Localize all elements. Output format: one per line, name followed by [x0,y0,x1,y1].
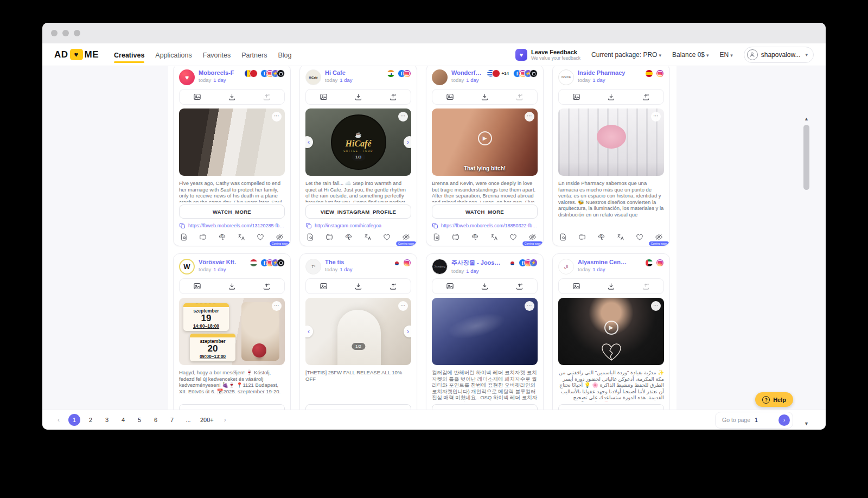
eye-off-icon[interactable]: Coming soon [528,233,537,241]
creative-media[interactable]: ⋯ ‹ › ▶ [432,298,538,365]
scroll-down-arrow-icon[interactable]: ▼ [804,421,809,426]
pagination-page[interactable]: 7 [166,414,178,426]
view-image-button[interactable] [306,93,341,101]
social-network-icon[interactable] [529,259,538,267]
brand-avatar[interactable]: Joosajang [432,259,448,274]
view-image-button[interactable] [559,282,593,290]
creative-link[interactable]: http://instagram.com/hicafegoa [315,223,381,228]
frames-icon[interactable] [578,233,586,241]
creative-media[interactable]: ⋯ ‹ › ▶ szeptember 19 14:00–18:00 szepte… [179,298,285,365]
country-flag-icon[interactable] [492,69,500,78]
brand-avatar[interactable]: HiCafé [305,69,321,85]
favorite-heart-icon[interactable] [383,233,391,241]
nav-tab[interactable]: Creatives [114,45,144,64]
pagination-page[interactable]: 6 [150,414,162,426]
play-icon[interactable]: ▶ [604,321,618,335]
pagination-page[interactable]: 1 [68,414,80,426]
social-network-icon[interactable] [403,69,411,78]
frames-icon[interactable] [199,233,207,241]
carousel-prev-icon[interactable]: ‹ [305,325,313,337]
creative-media[interactable]: ⋯ ‹ › ▶ [558,108,664,176]
balance-dropdown[interactable]: Balance 0$▾ [672,51,709,59]
eye-off-icon[interactable]: Coming soon [655,233,663,241]
country-flag-icon[interactable] [645,259,653,267]
pagination-prev-icon[interactable]: ‹ [53,416,64,424]
view-image-button[interactable] [559,93,593,101]
export-button[interactable] [629,93,663,101]
brand-name[interactable]: Wonderful Story [451,69,483,76]
carousel-prev-icon[interactable]: ‹ [305,136,313,148]
creative-media[interactable]: ⋯ ‹ › 1/2 ▶ [305,298,411,365]
cta-button[interactable]: WATCH_MORE [179,205,285,219]
user-menu[interactable]: shapovalow... ▾ [744,47,814,63]
export-button[interactable] [502,282,537,290]
window-control-dot[interactable] [51,30,58,36]
frames-icon[interactable] [452,233,459,241]
cta-button[interactable]: VIEW_INSTAGRAM_PROFILE [305,205,411,219]
country-flag-icon[interactable] [250,69,258,78]
eye-off-icon[interactable]: Coming soon [276,233,284,241]
view-image-button[interactable] [180,93,214,101]
brand-avatar[interactable]: ال [558,259,574,274]
download-button[interactable] [467,282,502,290]
copy-icon[interactable] [305,222,312,229]
social-network-icon[interactable] [656,259,664,267]
help-button[interactable]: ? Help [755,392,793,407]
cta-button[interactable]: GET_DIRECTIONS [179,404,285,410]
brand-avatar[interactable]: ♥ [179,69,195,85]
creative-media[interactable]: ⋯ ‹ › 1/3 ▶ ☕ HiCafé COFFEE · FOOD [305,108,411,176]
pagination-page[interactable]: 3 [101,414,113,426]
window-control-dot[interactable] [62,30,69,36]
view-image-button[interactable] [180,282,214,290]
creative-media[interactable]: ⋯ ‹ › That lying bitch! ▶ [432,108,538,176]
leave-feedback-button[interactable]: ♥ Leave Feedback We value your feedback [515,49,580,61]
more-options-icon[interactable]: ⋯ [525,301,534,311]
more-options-icon[interactable]: ⋯ [398,301,408,311]
download-button[interactable] [593,282,628,290]
export-button[interactable] [376,282,411,290]
favorite-heart-icon[interactable] [257,233,264,241]
pagination-page[interactable]: 4 [117,414,129,426]
copy-icon[interactable] [432,222,438,229]
brand-name[interactable]: Inside Pharmacy [578,69,628,76]
translate-icon[interactable] [238,233,245,241]
package-dropdown[interactable]: Current package: PRO▾ [591,51,661,59]
brand-name[interactable]: Moboreels-F [199,69,240,76]
social-network-icon[interactable] [403,259,411,267]
pagination-next-icon[interactable]: › [220,416,231,424]
more-options-icon[interactable]: ⋯ [272,301,282,311]
more-options-icon[interactable]: ⋯ [651,301,661,311]
view-image-button[interactable] [432,93,467,101]
scrollbar-thumb[interactable] [803,125,809,190]
brand-avatar[interactable]: T* [305,259,321,274]
nav-tab[interactable]: Partners [241,45,267,64]
goto-page-input[interactable] [755,417,774,423]
eye-off-icon[interactable]: Coming soon [402,233,410,241]
favorite-heart-icon[interactable] [636,233,643,241]
details-doc-icon[interactable] [433,233,441,241]
brand-name[interactable]: Hi Cafe [325,69,375,76]
cta-button[interactable]: LEARN_MORE [432,404,538,410]
more-options-icon[interactable]: ⋯ [398,112,408,122]
country-flag-icon[interactable] [508,259,516,267]
download-button[interactable] [341,282,375,290]
social-network-icon[interactable] [277,69,285,78]
country-flag-icon[interactable] [392,259,400,267]
brand-avatar[interactable]: INSIDE [558,69,574,85]
download-button[interactable] [214,93,249,101]
pagination-page[interactable]: 200+ [199,414,215,426]
details-doc-icon[interactable] [307,233,314,241]
download-button[interactable] [214,282,249,290]
download-button[interactable] [341,93,375,101]
play-icon[interactable]: ▶ [478,131,492,145]
export-button[interactable] [250,93,284,101]
nav-tab[interactable]: Applications [155,45,192,64]
language-dropdown[interactable]: EN▾ [720,51,733,59]
nav-tab[interactable]: Blog [278,45,291,64]
pagination-page[interactable]: 5 [133,414,145,426]
ip-protection-icon[interactable]: IP [218,233,226,241]
creative-link[interactable]: https://fbweb.moboreels.com/18850322-fb-… [441,223,538,228]
cta-button[interactable]: WATCH_MORE [432,205,538,219]
social-network-icon[interactable] [656,69,664,78]
country-flag-icon[interactable] [387,69,395,78]
